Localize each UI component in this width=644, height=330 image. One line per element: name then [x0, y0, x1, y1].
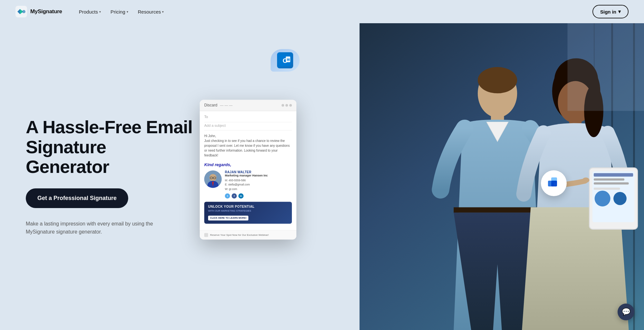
sig-title: Marketing manager Hansen Inc — [225, 174, 292, 177]
mysig-badge — [541, 170, 567, 196]
sig-avatar — [204, 170, 222, 188]
navbar: MySignature Products ▾ Pricing ▾ Resourc… — [0, 0, 644, 23]
svg-rect-21 — [594, 182, 629, 185]
logo[interactable]: MySignature — [15, 6, 62, 17]
sig-info: RAJAN WALTER Marketing manager Hansen In… — [225, 170, 292, 199]
hero-subtitle: Make a lasting impression with every ema… — [26, 220, 180, 236]
card-signature: RAJAN WALTER Marketing manager Hansen In… — [204, 170, 292, 199]
svg-rect-20 — [594, 178, 624, 181]
svg-text:✉: ✉ — [287, 58, 290, 62]
nav-left: MySignature Products ▾ Pricing ▾ Resourc… — [15, 6, 168, 17]
card-regards: Kind regards, — [204, 162, 292, 167]
banner-title: UNLOCK YOUR POTENTIAL — [208, 205, 288, 209]
card-subject: Add a subject — [204, 124, 292, 130]
svg-point-23 — [594, 191, 610, 206]
products-chevron-icon: ▾ — [99, 10, 101, 14]
hero-section: A Hassle-Free Email Signature Generator … — [0, 23, 644, 330]
banner-subtitle: WITH OUR MARKETING STRATEGIES — [208, 210, 288, 213]
people-illustration — [360, 23, 644, 330]
linkedin-icon: in — [238, 194, 244, 199]
card-body: To Add a subject Hi John, Just checking … — [200, 111, 296, 230]
sig-social: t f in — [225, 194, 292, 199]
signin-chevron-icon: ▾ — [618, 9, 621, 15]
footer-text: Reserve Your Spot Now for Our Exclusive … — [210, 234, 269, 236]
svg-point-1 — [22, 10, 25, 13]
svg-rect-40 — [551, 181, 557, 186]
card-dot-3 — [289, 104, 292, 106]
outlook-icon-wrap: O ✉ — [271, 49, 300, 72]
resources-chevron-icon: ▾ — [162, 10, 164, 14]
card-to-value — [204, 120, 292, 122]
outlook-svg: O ✉ — [279, 55, 291, 66]
card-dots — [282, 104, 292, 106]
sig-name: RAJAN WALTER — [225, 170, 292, 174]
mysig-logo-small — [547, 176, 561, 190]
svg-point-24 — [613, 192, 627, 205]
chat-icon: 💬 — [622, 308, 630, 316]
chat-bubble-button[interactable]: 💬 — [618, 304, 634, 320]
card-header-left: Discard — — — — [204, 103, 233, 107]
discard-label: Discard — [204, 103, 217, 107]
hero-photo — [360, 23, 644, 330]
twitter-icon: t — [225, 194, 230, 199]
sig-banner: UNLOCK YOUR POTENTIAL WITH OUR MARKETING… — [204, 202, 292, 224]
hero-title: A Hassle-Free Email Signature Generator — [26, 117, 193, 177]
outlook-bubble: O ✉ — [271, 49, 300, 72]
svg-point-8 — [478, 67, 517, 94]
avatar-image — [204, 170, 222, 188]
card-dot-1 — [282, 104, 284, 106]
outlook-icon: O ✉ — [277, 52, 293, 68]
logo-text: MySignature — [30, 8, 62, 15]
svg-rect-26 — [567, 23, 644, 111]
nav-products[interactable]: Products ▾ — [75, 6, 105, 17]
card-to-label: To — [204, 115, 292, 119]
signature-card: Discard — — — To Add a subject Hi John, … — [200, 100, 296, 240]
card-header: Discard — — — — [200, 100, 296, 111]
svg-point-25 — [582, 177, 589, 183]
cta-button[interactable]: Get a Professional Signature — [26, 188, 128, 208]
nav-links: Products ▾ Pricing ▾ Resources ▾ — [75, 6, 168, 17]
svg-rect-22 — [594, 187, 620, 190]
svg-point-32 — [209, 174, 216, 181]
sig-details: M: 493-5559-586 E: stella@gmail.com W: g… — [225, 178, 292, 192]
nav-pricing[interactable]: Pricing ▾ — [107, 6, 132, 17]
sign-in-button[interactable]: Sign in ▾ — [592, 5, 629, 18]
nav-resources[interactable]: Resources ▾ — [134, 6, 168, 17]
card-dot-2 — [285, 104, 288, 106]
facebook-icon: f — [232, 194, 237, 199]
banner-cta: CLICK HERE TO LEARN MORE! — [208, 216, 248, 221]
hero-visual: O ✉ Discard — — — — [206, 23, 644, 330]
hero-content: A Hassle-Free Email Signature Generator … — [26, 117, 206, 236]
pricing-chevron-icon: ▾ — [127, 10, 128, 14]
svg-rect-10 — [454, 207, 541, 213]
webinar-icon — [204, 233, 208, 237]
card-email-body: Hi John, Just checking in to see if you … — [204, 134, 292, 158]
svg-rect-19 — [594, 173, 633, 177]
card-footer: Reserve Your Spot Now for Our Exclusive … — [200, 230, 296, 240]
mysig-badge-inner — [541, 170, 567, 196]
logo-icon — [15, 6, 27, 17]
